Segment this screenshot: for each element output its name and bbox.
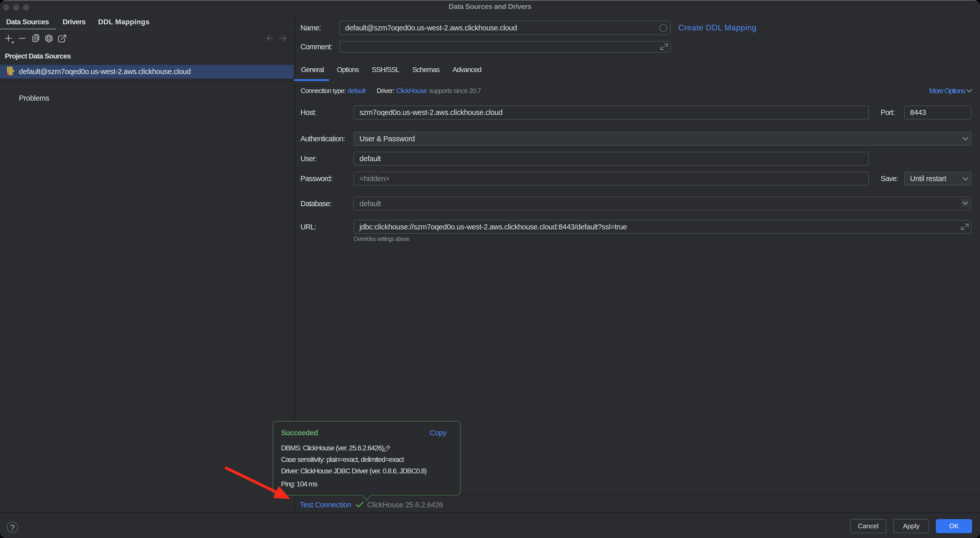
svg-text:?: ? <box>10 523 15 532</box>
